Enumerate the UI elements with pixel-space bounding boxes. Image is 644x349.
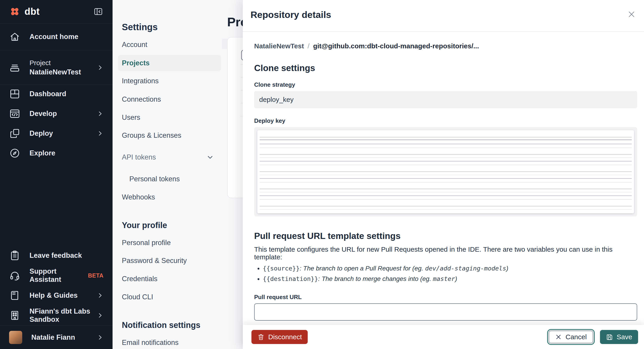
sidebar-item-project[interactable]: Project NatalieNewTest: [0, 50, 112, 85]
sidebar-item-label: Support Assistant: [30, 267, 84, 284]
sidebar-item-label: Help & Guides: [30, 291, 78, 300]
sidebar-item-account-home[interactable]: Account home: [0, 23, 112, 50]
dbt-logo-icon: [9, 6, 20, 17]
sidebar-item-dashboard[interactable]: Dashboard: [0, 84, 112, 104]
deploy-key-label: Deploy key: [254, 117, 637, 124]
sidebar-item-support-assistant[interactable]: Support Assistant BETA: [0, 266, 112, 286]
nav-item-integrations[interactable]: Integrations: [122, 77, 158, 85]
sidebar-item-org-sandbox[interactable]: NFiann's dbt Labs Sandbox: [0, 306, 112, 326]
sidebar-item-label: Explore: [30, 149, 55, 157]
nav-item-webhooks[interactable]: Webhooks: [122, 193, 155, 201]
x-icon: [555, 334, 562, 340]
sidebar-item-deploy[interactable]: Deploy: [0, 124, 112, 143]
sidebar-menu: Dashboard Develop: [0, 84, 112, 163]
beta-badge: BETA: [88, 272, 104, 279]
breadcrumb: NatalieNewTest / git@github.com:dbt-clou…: [254, 42, 637, 50]
deploy-icon: [9, 128, 20, 139]
sidebar-bottom: Leave feedback Support Assistant BETA: [0, 246, 112, 349]
trash-icon: [257, 333, 264, 340]
sidebar-item-label: Account home: [30, 33, 78, 41]
nav-item-projects[interactable]: Projects: [118, 55, 221, 71]
save-disk-icon: [606, 333, 613, 340]
sidebar-item-help-guides[interactable]: Help & Guides: [0, 286, 112, 306]
repository-details-panel: Repository details NatalieNewTest / git@…: [243, 0, 644, 349]
cancel-button[interactable]: Cancel: [549, 330, 593, 343]
disconnect-button[interactable]: Disconnect: [252, 330, 308, 344]
clone-settings-heading: Clone settings: [254, 63, 637, 73]
nav-item-connections[interactable]: Connections: [122, 95, 161, 104]
sidebar-item-label: Dashboard: [30, 90, 66, 98]
destination-variable-example: master: [433, 275, 455, 282]
nav-item-email-notifications[interactable]: Email notifications: [122, 338, 178, 347]
nav-item-projects-label: Projects: [122, 59, 150, 67]
nav-item-cloud-cli[interactable]: Cloud CLI: [122, 293, 153, 301]
sidebar-item-explore[interactable]: Explore: [0, 143, 112, 163]
sidebar-item-label: NFiann's dbt Labs Sandbox: [30, 307, 97, 324]
deploy-key-redacted-content: [257, 130, 634, 213]
chevron-down-icon[interactable]: [206, 154, 214, 161]
book-icon: [9, 290, 20, 301]
sidebar-item-user[interactable]: Natalie Fiann: [0, 326, 112, 349]
sidebar-collapse-button[interactable]: [93, 7, 104, 16]
notification-settings-heading: Notification settings: [122, 320, 200, 330]
breadcrumb-project[interactable]: NatalieNewTest: [254, 42, 304, 50]
panel-header: Repository details: [243, 0, 644, 32]
nav-item-credentials[interactable]: Credentials: [122, 275, 158, 283]
pull-request-url-input[interactable]: [254, 304, 637, 321]
nav-item-personal-profile[interactable]: Personal profile: [122, 239, 171, 247]
headset-icon: [9, 270, 20, 281]
project-label: Project: [30, 59, 81, 67]
pr-template-heading: Pull request URL template settings: [254, 231, 637, 241]
disconnect-button-label: Disconnect: [268, 333, 302, 341]
project-stack-icon: [9, 62, 20, 73]
user-name: Natalie Fiann: [31, 333, 75, 342]
explore-compass-icon: [9, 148, 20, 159]
panel-footer: Disconnect Cancel Save: [243, 325, 644, 349]
destination-variable-close: ): [455, 275, 457, 282]
nav-item-users[interactable]: Users: [122, 114, 140, 122]
nav-item-groups-licenses[interactable]: Groups & Licenses: [122, 132, 181, 140]
source-variable-code: {{source}}: [263, 265, 300, 272]
sidebar-header: dbt: [0, 0, 112, 23]
settings-nav: Settings Account Projects Integrations C…: [112, 0, 222, 349]
redacted-key-lines: [260, 134, 632, 210]
destination-variable-text: : The branch to merge changes into (eg.: [318, 275, 433, 282]
chevron-right-icon: [97, 292, 104, 299]
nav-item-password-security[interactable]: Password & Security: [122, 257, 187, 265]
destination-variable-code: {{destination}}: [263, 275, 318, 282]
building-icon: [9, 310, 20, 321]
sidebar-item-label: Deploy: [30, 129, 53, 138]
user-avatar: [9, 331, 22, 344]
close-icon[interactable]: [626, 8, 637, 20]
pr-template-variables-list: {{source}}: The branch to open a Pull Re…: [254, 263, 637, 284]
save-button-label: Save: [617, 333, 632, 341]
list-item-destination: {{destination}}: The branch to merge cha…: [263, 274, 637, 284]
save-button[interactable]: Save: [600, 330, 638, 344]
sidebar-item-label: Develop: [30, 110, 57, 118]
nav-item-account[interactable]: Account: [122, 40, 147, 49]
pull-request-url-label: Pull request URL: [254, 294, 637, 301]
breadcrumb-separator: /: [308, 42, 310, 50]
chevron-right-icon: [97, 110, 104, 117]
app-sidebar: dbt Account home P: [0, 0, 112, 349]
list-item-source: {{source}}: The branch to open a Pull Re…: [263, 263, 637, 274]
deploy-key-field[interactable]: [254, 127, 637, 216]
panel-body: NatalieNewTest / git@github.com:dbt-clou…: [254, 32, 637, 325]
sidebar-item-develop[interactable]: Develop: [0, 104, 112, 124]
pr-template-description: This template configures the URL for new…: [254, 246, 637, 261]
your-profile-heading: Your profile: [122, 220, 167, 230]
nav-item-api-tokens[interactable]: API tokens: [122, 153, 156, 161]
chevron-right-icon: [97, 64, 104, 71]
chevron-right-icon: [97, 312, 104, 319]
source-variable-text: : The branch to open a Pull Request for …: [300, 265, 425, 272]
sidebar-item-leave-feedback[interactable]: Leave feedback: [0, 246, 112, 266]
clone-strategy-value: deploy_key: [254, 91, 637, 108]
settings-nav-title: Settings: [122, 22, 158, 32]
nav-item-personal-tokens[interactable]: Personal tokens: [129, 175, 180, 183]
dashboard-icon: [9, 88, 20, 100]
develop-code-icon: [9, 108, 20, 119]
chevron-right-icon: [97, 334, 104, 341]
clipboard-icon: [9, 250, 20, 261]
cancel-button-label: Cancel: [566, 333, 586, 341]
source-variable-example: dev/add-staging-models: [425, 265, 506, 272]
